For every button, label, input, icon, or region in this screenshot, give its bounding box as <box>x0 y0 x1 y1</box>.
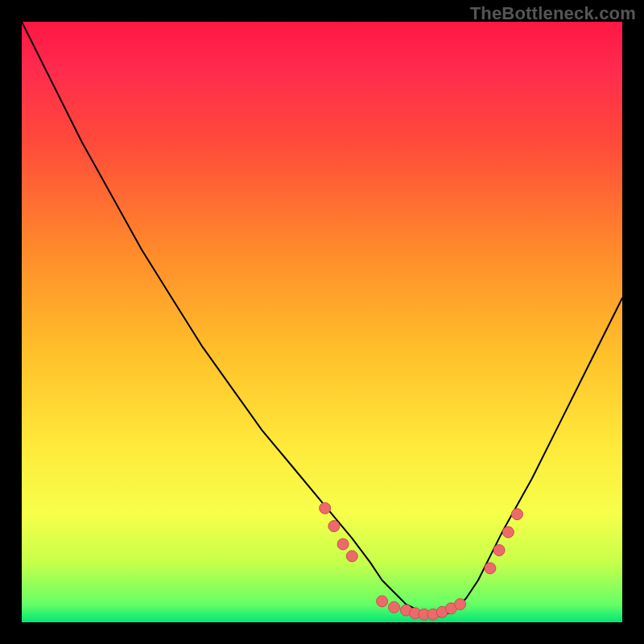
chart-stage: TheBottleneck.com <box>0 0 644 644</box>
plot-area <box>22 22 622 622</box>
data-marker <box>502 526 514 538</box>
marker-group <box>320 502 523 620</box>
data-marker <box>511 509 522 520</box>
watermark-text: TheBottleneck.com <box>470 3 636 24</box>
data-marker <box>328 521 340 532</box>
data-marker <box>455 599 466 610</box>
data-marker <box>337 539 349 550</box>
data-marker <box>485 563 496 574</box>
data-marker <box>493 545 505 556</box>
data-marker <box>389 601 400 613</box>
bottleneck-curve <box>22 22 622 617</box>
data-marker <box>377 596 388 607</box>
data-marker <box>320 502 331 514</box>
curve-layer <box>22 22 622 622</box>
data-marker <box>346 551 357 562</box>
